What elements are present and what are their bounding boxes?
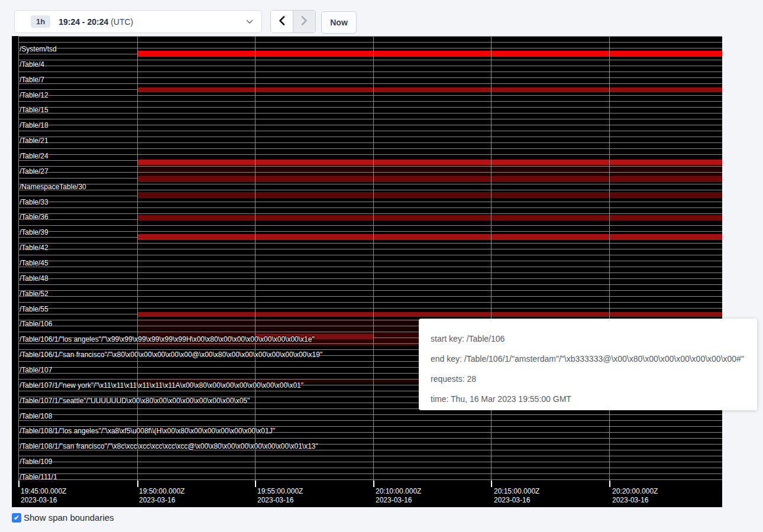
row-label: /Table/107	[20, 366, 52, 374]
row-label: /Table/107/1/"new york"/"\x11\x11\x11\x1…	[20, 381, 303, 389]
row-label: /Table/24	[20, 152, 49, 160]
time-gridline	[255, 36, 256, 484]
axis-label: 20:15:00.000Z2023-03-16	[492, 487, 539, 505]
row-label: /Table/27	[20, 167, 49, 175]
time-range-value: 19:24 - 20:24	[59, 17, 108, 27]
chevron-right-icon	[300, 15, 308, 28]
row-label: /Table/42	[20, 244, 49, 251]
show-span-boundaries-label: Show span boundaries	[24, 512, 114, 523]
axis-tick	[137, 481, 138, 487]
row-label: /Table/107/1/"seattle"/"UUUUUUD\x00\x80\…	[20, 397, 250, 404]
row-label: /Table/109	[20, 458, 52, 465]
row-label: /Table/36	[20, 213, 49, 220]
heat-band	[137, 192, 722, 198]
now-button[interactable]: Now	[321, 11, 357, 34]
heat-band	[137, 87, 722, 92]
row-label: /Table/15	[20, 106, 49, 113]
row-label: /Table/48	[20, 274, 49, 282]
time-gridline	[609, 36, 610, 484]
row-label: /Table/106/1/"san francisco"/"\x80\x00\x…	[20, 351, 322, 358]
row-label: /Table/4	[20, 60, 44, 68]
tooltip-end-key: end key: /Table/106/1/"amsterdam"/"\xb33…	[431, 349, 757, 369]
checkbox-checked-icon[interactable]: ✔	[12, 513, 21, 523]
row-label: /Table/39	[20, 228, 49, 236]
span-tooltip: start key: /Table/106 end key: /Table/10…	[419, 319, 757, 410]
axis-tick	[18, 481, 20, 487]
time-gridline	[18, 36, 19, 484]
heat-band	[137, 176, 722, 182]
row-label: /Table/106	[20, 320, 52, 327]
heat-band	[137, 215, 722, 220]
axis-label: 19:45:00.000Z2023-03-16	[18, 487, 66, 505]
chevron-left-icon	[278, 15, 286, 28]
row-label: /Table/7	[20, 76, 44, 83]
time-range-dropdown[interactable]: 1h 19:24 - 20:24 (UTC)	[14, 10, 262, 33]
row-label: /Table/45	[20, 259, 49, 267]
row-label: /Table/52	[20, 290, 49, 297]
time-range-duration-chip: 1h	[31, 15, 50, 28]
row-label: /Table/21	[20, 137, 49, 144]
tooltip-requests: requests: 28	[431, 369, 757, 389]
heat-band	[137, 234, 722, 240]
row-label: /Table/33	[20, 198, 49, 206]
time-nav-button-group	[270, 10, 316, 33]
row-label: /NamespaceTable/30	[20, 183, 86, 190]
row-label: /Table/108/1/"los angeles"/"\xa8\xf5\u00…	[20, 427, 275, 434]
time-range-timezone: (UTC)	[111, 17, 133, 27]
axis-tick	[373, 481, 374, 487]
row-label: /System/tsd	[20, 45, 57, 53]
heat-band	[137, 51, 722, 57]
heat-band	[137, 160, 722, 165]
prev-time-button[interactable]	[271, 11, 293, 33]
row-label: /Table/55	[20, 305, 49, 313]
time-gridline	[137, 36, 138, 484]
axis-tick	[609, 481, 610, 487]
show-span-boundaries-toggle[interactable]: ✔ Show span boundaries	[12, 512, 114, 523]
time-gridline	[373, 36, 374, 484]
axis-label: 19:55:00.000Z2023-03-16	[255, 487, 303, 505]
keyvis-canvas[interactable]: /System/tsd/Table/4/Table/7/Table/12/Tab…	[12, 36, 722, 507]
time-gridline	[491, 36, 492, 484]
row-label: /Table/18	[20, 121, 49, 129]
axis-label: 20:20:00.000Z2023-03-16	[610, 487, 658, 505]
axis-tick	[255, 481, 256, 487]
tooltip-time: time: Thu, 16 Mar 2023 19:55:00 GMT	[431, 389, 757, 409]
tooltip-start-key: start key: /Table/106	[431, 329, 757, 349]
row-label: /Table/108	[20, 412, 52, 420]
next-time-button[interactable]	[293, 11, 315, 33]
span-boundary-lines	[18, 36, 722, 484]
row-label: /Table/108/1/"san francisco"/"\x8c\xcc\x…	[20, 442, 318, 450]
chevron-down-icon	[246, 20, 253, 24]
axis-label: 19:50:00.000Z2023-03-16	[137, 487, 185, 505]
axis-tick	[491, 481, 492, 487]
time-range-label: 19:24 - 20:24 (UTC)	[59, 17, 133, 27]
row-label: /Table/12	[20, 91, 49, 99]
row-label: /Table/111/1	[20, 473, 57, 481]
row-label: /Table/106/1/"los angeles"/"\x99\x99\x99…	[20, 335, 315, 343]
heat-band	[137, 312, 722, 317]
axis-label: 20:10:00.000Z2023-03-16	[373, 487, 421, 505]
